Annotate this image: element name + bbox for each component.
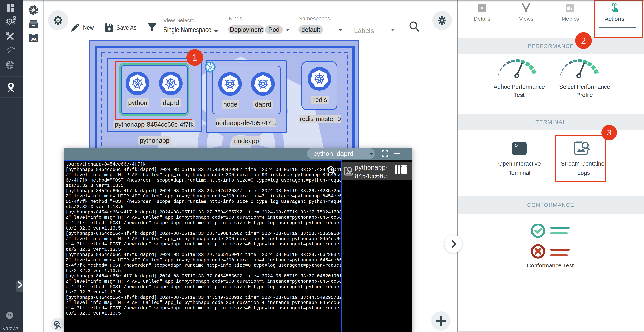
- svg-text:WA: WA: [30, 37, 36, 41]
